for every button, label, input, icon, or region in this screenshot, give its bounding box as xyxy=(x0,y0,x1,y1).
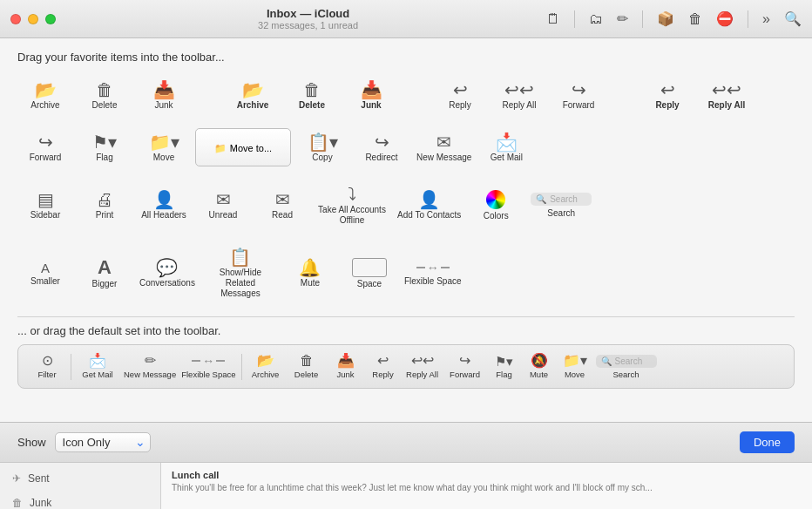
toolbar-item-space[interactable]: Space xyxy=(342,243,397,302)
box-icon[interactable]: 📦 xyxy=(657,10,674,27)
show-select[interactable]: Icon Only Icon and Text Text Only xyxy=(55,432,151,452)
toolbar-item-conversations[interactable]: 💬 Conversations xyxy=(136,243,199,302)
toolbar-item-get-mail[interactable]: 📩 Get Mail xyxy=(478,128,534,166)
toolbar-item-all-headers[interactable]: 👤 All Headers xyxy=(136,180,192,229)
toolbar-item-forward-dim[interactable]: ↪ Forward xyxy=(551,76,606,114)
show-hide-icon: 📋 xyxy=(229,248,251,266)
show-hide-label: Show/Hide Related Messages xyxy=(206,268,275,299)
close-button[interactable] xyxy=(10,14,21,24)
toolbar-item-show-hide[interactable]: 📋 Show/Hide Related Messages xyxy=(202,243,279,302)
flex-line-left xyxy=(416,267,425,268)
delete-dim-label: Delete xyxy=(92,100,118,111)
more-icon[interactable]: » xyxy=(762,11,770,27)
toolbar-item-junk-dim[interactable]: 📥 Junk xyxy=(136,76,192,114)
toolbar-item-unread[interactable]: ✉ Unread xyxy=(195,180,251,229)
toolbar-item-reply-all-dim[interactable]: ↩↩ Reply All xyxy=(491,76,547,114)
toolbar-item-search[interactable]: 🔍 Search Search xyxy=(527,180,595,229)
junk-icon[interactable]: ⛔ xyxy=(716,10,734,27)
toolbar-item-read[interactable]: ✉ Read xyxy=(254,180,310,229)
toolbar-item-flexible-space[interactable]: ↔ Flexible Space xyxy=(401,243,465,302)
toolbar-item-print[interactable]: 🖨 Print xyxy=(77,180,132,229)
dt-flag[interactable]: ⚑▾ Flag xyxy=(488,351,521,383)
toolbar-item-smaller[interactable]: A Smaller xyxy=(17,243,73,302)
reply-all-dim-label: Reply All xyxy=(503,100,537,111)
toolbar-item-forward2[interactable]: ↪ Forward xyxy=(17,128,73,166)
toolbar-item-add-contacts[interactable]: 👤 Add To Contacts xyxy=(394,180,464,229)
add-contacts-label: Add To Contacts xyxy=(397,210,461,221)
search-icon[interactable]: 🔍 xyxy=(784,10,802,27)
dt-forward[interactable]: ↪ Forward xyxy=(444,350,486,383)
dt-flexible-space[interactable]: ↔ Flexible Space xyxy=(179,350,237,383)
toolbar-item-archive-dim[interactable]: 📂 Archive xyxy=(17,76,73,114)
toolbar-item-new-message[interactable]: ✉ New Message xyxy=(413,128,475,166)
dt-delete-label: Delete xyxy=(294,370,318,379)
toolbar-item-flag[interactable]: ⚑▾ Flag xyxy=(77,128,132,166)
dt-reply[interactable]: ↩ Reply xyxy=(366,350,401,383)
forward-dim-icon: ↪ xyxy=(572,81,586,98)
dt-archive-icon: 📂 xyxy=(257,354,274,368)
toolbar-item-move-to[interactable]: 📁 Move to... xyxy=(195,128,291,166)
sidebar-label: Sidebar xyxy=(30,210,60,221)
flag-label: Flag xyxy=(96,153,112,163)
delete-dim-icon: 🗑 xyxy=(96,81,113,98)
drag-hint-top: Drag your favorite items into the toolba… xyxy=(17,51,795,64)
dt-reply-label: Reply xyxy=(372,370,393,379)
toolbar-item-take-accounts[interactable]: ⤵ Take All Accounts Offline xyxy=(314,180,390,229)
toolbar-item-reply-bold[interactable]: ↩ Reply xyxy=(639,76,695,114)
toolbar-item-reply-dim[interactable]: ↩ Reply xyxy=(432,76,488,114)
toolbar-item-mute[interactable]: 🔔 Mute xyxy=(282,243,338,302)
dt-flex-left xyxy=(192,360,200,362)
dt-delete[interactable]: 🗑 Delete xyxy=(288,350,326,383)
sidebar-item-sent[interactable]: ✈ Sent xyxy=(0,466,160,491)
toolbar-item-move[interactable]: 📁▾ Move xyxy=(136,128,192,166)
dt-flexspace-label: Flexible Space xyxy=(181,370,235,379)
reply-bold-label: Reply xyxy=(655,100,679,111)
dt-filter[interactable]: ⊙ Filter xyxy=(27,350,67,383)
mute-icon: 🔔 xyxy=(299,259,321,276)
toolbar-item-colors[interactable]: Colors xyxy=(468,180,524,229)
toolbar-item-archive-bold[interactable]: 📂 Archive xyxy=(225,76,281,114)
titlebar-center: Inbox — iCloud 32 messages, 1 unread xyxy=(70,7,546,31)
conversations-icon: 💬 xyxy=(156,259,178,276)
show-row: Show Icon Only Icon and Text Text Only xyxy=(17,432,151,452)
dt-mute-icon: 🔕 xyxy=(531,354,548,368)
toolbar-item-sidebar[interactable]: ▤ Sidebar xyxy=(17,180,73,229)
dt-search[interactable]: 🔍 Search Search xyxy=(594,351,659,383)
dt-archive[interactable]: 📂 Archive xyxy=(246,350,286,383)
flex-line-right xyxy=(441,267,450,268)
note-icon[interactable]: 🗒 xyxy=(546,11,560,27)
dt-junk[interactable]: 📥 Junk xyxy=(328,350,364,383)
minimize-button[interactable] xyxy=(28,14,38,24)
dt-mute[interactable]: 🔕 Mute xyxy=(523,350,556,383)
move-to-content: 📁 Move to... xyxy=(214,143,272,154)
default-toolbar[interactable]: ⊙ Filter 📩 Get Mail ✏ New Message ↔ xyxy=(17,344,795,389)
dt-new-message[interactable]: ✏ New Message xyxy=(122,350,178,383)
flex-arrows-icon: ↔ xyxy=(427,261,439,275)
archive-dim-label: Archive xyxy=(30,100,59,111)
traffic-lights xyxy=(10,14,56,24)
toolbar-item-reply-all-bold[interactable]: ↩↩ Reply All xyxy=(699,76,754,114)
toolbar-item-junk-bold[interactable]: 📥 Junk xyxy=(343,76,399,114)
toolbar-item-redirect[interactable]: ↪ Redirect xyxy=(354,128,409,166)
dt-get-mail[interactable]: 📩 Get Mail xyxy=(75,350,120,383)
maximize-button[interactable] xyxy=(45,14,56,24)
dt-move[interactable]: 📁▾ Move xyxy=(558,350,592,383)
archive-icon[interactable]: 🗂 xyxy=(589,11,603,27)
dt-reply-all[interactable]: ↩↩ Reply All xyxy=(403,350,443,383)
show-select-wrapper[interactable]: Icon Only Icon and Text Text Only xyxy=(55,432,151,452)
sidebar-item-junk[interactable]: 🗑 Junk xyxy=(0,491,160,509)
toolbar-item-copy[interactable]: 📋▾ Copy xyxy=(294,128,350,166)
dt-filter-label: Filter xyxy=(37,370,56,379)
mail-preview-area: Lunch call Think you'll be free for a lu… xyxy=(161,463,812,509)
new-message-icon: ✉ xyxy=(436,133,451,151)
drag-hint-bottom: ... or drag the default set into the too… xyxy=(17,324,795,337)
dt-replyall-icon: ↩↩ xyxy=(411,354,434,368)
toolbar-item-delete-dim[interactable]: 🗑 Delete xyxy=(77,76,132,114)
trash-icon[interactable]: 🗑 xyxy=(688,11,702,27)
toolbar-item-bigger[interactable]: A Bigger xyxy=(77,243,132,302)
toolbar-item-delete-bold[interactable]: 🗑 Delete xyxy=(284,76,340,114)
compose-icon[interactable]: ✏ xyxy=(617,10,628,27)
reply-bold-icon: ↩ xyxy=(660,81,675,98)
forward-dim-label: Forward xyxy=(563,100,595,111)
done-button[interactable]: Done xyxy=(740,431,795,453)
